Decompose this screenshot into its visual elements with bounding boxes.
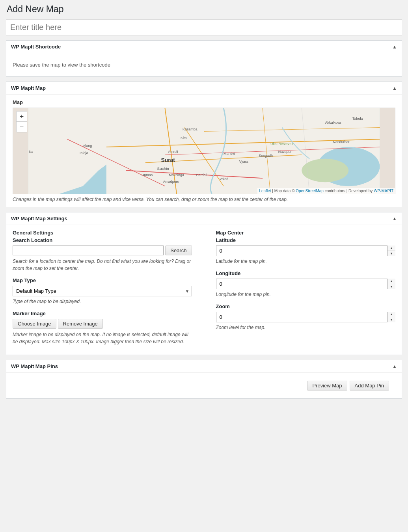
svg-text:Sachin: Sachin xyxy=(157,166,169,171)
zoom-label: Zoom xyxy=(216,303,396,309)
map-zoom-controls: + − xyxy=(16,111,27,132)
shortcode-metabox-title: WP MapIt Shortcode xyxy=(11,44,61,50)
latitude-input[interactable] xyxy=(216,246,396,256)
search-row: Search xyxy=(13,246,192,255)
map-type-hint: Type of the map to be displayed. xyxy=(13,298,192,305)
zoom-spin-up[interactable]: ▲ xyxy=(388,312,395,317)
map-center-title: Map Center xyxy=(216,230,396,236)
svg-text:Bardoli: Bardoli xyxy=(196,173,207,177)
title-input[interactable] xyxy=(6,19,402,35)
zoom-out-button[interactable]: − xyxy=(17,122,27,132)
svg-text:Nandurbar: Nandurbar xyxy=(333,140,350,144)
pins-collapse-icon: ▲ xyxy=(392,364,397,369)
pins-metabox: WP MapIt Map Pins ▲ Preview Map Add Map … xyxy=(6,360,402,399)
map-caption: Changes in the map settings will affect … xyxy=(13,197,395,202)
svg-text:Mandvi: Mandvi xyxy=(224,152,235,156)
shortcode-metabox-body: Please save the map to view the shortcod… xyxy=(6,53,402,76)
map-label: Map xyxy=(13,99,395,105)
svg-text:Akkalkuva: Akkalkuva xyxy=(325,121,341,125)
longitude-spinner: ▲ ▼ xyxy=(387,279,395,289)
pins-metabox-title: WP MapIt Map Pins xyxy=(11,363,58,369)
remove-image-button[interactable]: Remove Image xyxy=(58,319,103,329)
svg-text:Navapur: Navapur xyxy=(278,150,292,154)
wpmapit-link[interactable]: WP-MAPIT xyxy=(374,189,393,193)
map-type-label: Map Type xyxy=(13,277,192,283)
svg-text:Amadpore: Amadpore xyxy=(163,180,179,184)
svg-text:Surat: Surat xyxy=(161,157,175,163)
shortcode-collapse-icon: ▲ xyxy=(392,44,397,50)
search-location-label: Search Location xyxy=(13,237,192,243)
add-map-pin-button[interactable]: Add Map Pin xyxy=(350,381,389,391)
longitude-input[interactable] xyxy=(216,279,396,289)
leaflet-link[interactable]: Leaflet xyxy=(259,189,271,193)
svg-text:Talaja: Talaja xyxy=(79,151,88,155)
preview-map-button[interactable]: Preview Map xyxy=(307,381,347,391)
search-input[interactable] xyxy=(13,246,164,255)
zoom-input[interactable] xyxy=(216,312,396,322)
marker-image-buttons: Choose Image Remove Image xyxy=(13,319,192,329)
pins-metabox-header[interactable]: WP MapIt Map Pins ▲ xyxy=(6,360,402,373)
zoom-spinner: ▲ ▼ xyxy=(387,312,395,322)
svg-text:Vyara: Vyara xyxy=(239,160,248,164)
map-metabox-header[interactable]: WP MapIt Map ▲ xyxy=(6,82,402,95)
svg-text:Songadh: Songadh xyxy=(259,154,273,158)
page-title: Add New Map xyxy=(6,4,402,15)
marker-hint: Marker image to be displayed on the map.… xyxy=(13,331,192,345)
longitude-hint: Longitude for the map pin. xyxy=(216,291,396,298)
settings-metabox-header[interactable]: WP MapIt Map Settings ▲ xyxy=(6,212,402,225)
svg-text:Amroli: Amroli xyxy=(168,150,178,154)
marker-image-section: Marker Image Choose Image Remove Image M… xyxy=(13,311,192,345)
search-button[interactable]: Search xyxy=(165,246,192,255)
longitude-label: Longitude xyxy=(216,270,396,276)
choose-image-button[interactable]: Choose Image xyxy=(13,319,56,329)
settings-left-column: General Settings Search Location Search … xyxy=(13,230,204,350)
map-metabox-body: Map xyxy=(6,95,402,207)
map-type-select-wrapper: Default Map Type ▼ xyxy=(13,286,192,296)
map-attribution: Leaflet | Map data © OpenStreetMap contr… xyxy=(257,188,395,194)
svg-text:Makhinga: Makhinga xyxy=(169,173,184,177)
map-metabox: WP MapIt Map ▲ Map xyxy=(6,82,402,207)
map-type-select[interactable]: Default Map Type xyxy=(13,286,192,296)
zoom-hint: Zoom level for the map. xyxy=(216,324,396,331)
map-collapse-icon: ▲ xyxy=(392,86,397,91)
shortcode-metabox-header[interactable]: WP MapIt Shortcode ▲ xyxy=(6,41,402,53)
svg-text:Taloda: Taloda xyxy=(352,117,363,121)
settings-right-column: Map Center Latitude ▲ ▼ Latitude for the… xyxy=(204,230,396,350)
zoom-input-wrap: ▲ ▼ xyxy=(216,312,396,322)
svg-text:Alang: Alang xyxy=(83,144,92,148)
marker-image-label: Marker Image xyxy=(13,311,192,316)
svg-point-4 xyxy=(302,159,348,182)
zoom-spin-down[interactable]: ▼ xyxy=(388,317,395,322)
zoom-in-button[interactable]: + xyxy=(17,112,27,122)
shortcode-metabox: WP MapIt Shortcode ▲ Please save the map… xyxy=(6,40,402,77)
settings-metabox-body: General Settings Search Location Search … xyxy=(6,225,402,355)
shortcode-notice: Please save the map to view the shortcod… xyxy=(13,58,395,72)
settings-collapse-icon: ▲ xyxy=(392,216,397,221)
search-hint: Search for a location to center the map.… xyxy=(13,258,192,272)
longitude-spin-up[interactable]: ▲ xyxy=(388,279,395,284)
pins-actions: Preview Map Add Map Pin xyxy=(13,378,395,394)
svg-text:Ukai Reservoir: Ukai Reservoir xyxy=(270,142,293,146)
longitude-spin-down[interactable]: ▼ xyxy=(388,284,395,289)
latitude-spin-up[interactable]: ▲ xyxy=(388,246,395,251)
osm-link[interactable]: OpenStreetMap xyxy=(296,189,324,193)
latitude-spinner: ▲ ▼ xyxy=(387,246,395,256)
latitude-spin-down[interactable]: ▼ xyxy=(388,251,395,256)
svg-text:Kim: Kim xyxy=(181,136,186,140)
map-display[interactable]: Surat Sachin Makhinga Dumas Amadpore Amr… xyxy=(13,108,395,194)
settings-metabox-title: WP MapIt Map Settings xyxy=(11,216,67,221)
longitude-input-wrap: ▲ ▼ xyxy=(216,279,396,289)
general-settings-title: General Settings xyxy=(13,230,192,236)
latitude-label: Latitude xyxy=(216,237,396,243)
map-metabox-title: WP MapIt Map xyxy=(11,85,46,91)
latitude-input-wrap: ▲ ▼ xyxy=(216,246,396,256)
svg-text:ita: ita xyxy=(29,150,33,154)
svg-text:Dumas: Dumas xyxy=(142,173,153,177)
svg-text:Kosamba: Kosamba xyxy=(183,127,197,131)
settings-metabox: WP MapIt Map Settings ▲ General Settings… xyxy=(6,212,402,355)
pins-metabox-body: Preview Map Add Map Pin xyxy=(6,373,402,398)
latitude-hint: Latitude for the map pin. xyxy=(216,258,396,265)
svg-text:Valod: Valod xyxy=(220,177,228,181)
